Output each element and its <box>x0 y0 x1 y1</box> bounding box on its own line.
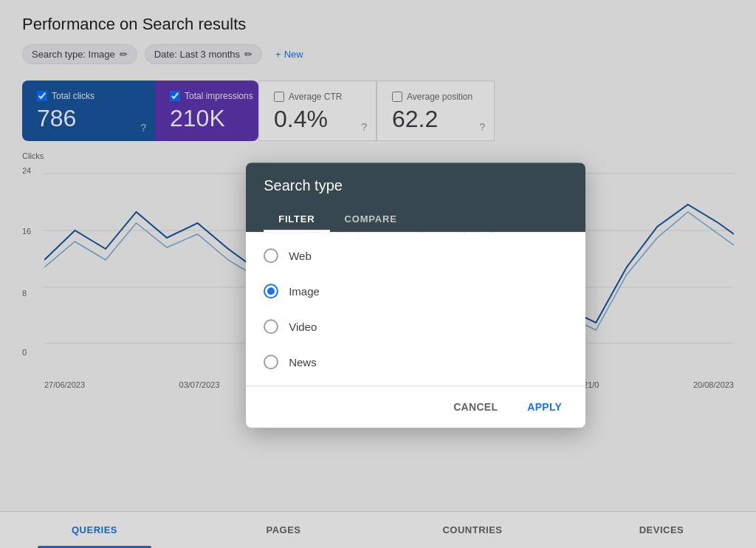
modal-tab-compare[interactable]: COMPARE <box>330 206 412 232</box>
option-video-label: Video <box>289 321 317 333</box>
option-image[interactable]: Image <box>246 273 585 309</box>
radio-image[interactable] <box>264 284 278 298</box>
modal-footer: CANCEL APPLY <box>246 386 585 428</box>
option-video[interactable]: Video <box>246 309 585 344</box>
modal-body: Web Image Video News <box>246 232 585 386</box>
page-wrapper: Performance on Search results Search typ… <box>0 0 756 548</box>
option-news[interactable]: News <box>246 344 585 380</box>
apply-button[interactable]: APPLY <box>515 395 574 419</box>
search-type-modal: Search type FILTER COMPARE Web Image <box>246 162 585 428</box>
modal-tab-compare-label: COMPARE <box>345 213 397 225</box>
modal-header: Search type FILTER COMPARE <box>246 162 585 232</box>
radio-video[interactable] <box>264 319 278 334</box>
option-web[interactable]: Web <box>246 238 585 273</box>
option-web-label: Web <box>289 250 312 262</box>
radio-news[interactable] <box>264 355 278 369</box>
option-news-label: News <box>289 356 317 369</box>
radio-web[interactable] <box>264 248 278 263</box>
modal-tab-filter[interactable]: FILTER <box>264 206 329 232</box>
option-image-label: Image <box>289 285 320 298</box>
modal-tab-filter-label: FILTER <box>278 213 315 225</box>
modal-tabs: FILTER COMPARE <box>264 206 568 232</box>
cancel-button[interactable]: CANCEL <box>441 395 509 419</box>
modal-title: Search type <box>264 177 568 194</box>
